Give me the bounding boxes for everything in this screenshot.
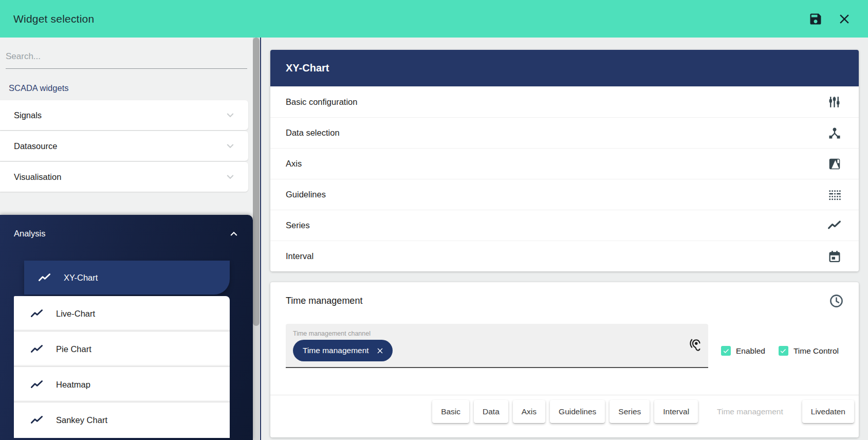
- field-label: Time management channel: [293, 330, 371, 337]
- checkbox-label: Time Control: [793, 346, 839, 356]
- widget-sidebar: SCADA widgets Signals Datasource Visuali…: [0, 38, 253, 440]
- axis-image-icon: [827, 157, 842, 171]
- section-label: Guidelines: [286, 190, 326, 199]
- footer-button-time-management-disabled: Time management: [703, 400, 798, 423]
- chart-type-list: Live-Chart Pie Chart Heatmap Sankey Char…: [14, 296, 230, 438]
- sidebar-item-xy-chart-selected[interactable]: XY-Chart: [24, 261, 230, 295]
- footer-button-bar: Basic Data Axis Guidelines Series Interv…: [270, 395, 859, 437]
- pane-divider: [260, 38, 261, 440]
- line-chart-icon: [30, 413, 44, 427]
- search-field-wrap: [0, 38, 253, 69]
- config-card-title: XY-Chart: [286, 62, 329, 74]
- chevron-up-icon: [227, 227, 241, 241]
- section-label: Basic configuration: [286, 97, 357, 107]
- footer-button-guidelines[interactable]: Guidelines: [550, 400, 605, 423]
- section-label: Interval: [286, 251, 313, 261]
- line-chart-icon: [827, 218, 842, 233]
- close-button[interactable]: [836, 11, 853, 27]
- line-chart-icon: [30, 307, 44, 321]
- footer-button-basic[interactable]: Basic: [432, 400, 469, 423]
- device-hub-icon: [827, 126, 842, 140]
- sidebar-scrollbar-thumb[interactable]: [253, 38, 260, 326]
- footer-button-livedaten[interactable]: Livedaten: [802, 400, 854, 423]
- footer-button-axis[interactable]: Axis: [513, 400, 545, 423]
- widget-accordion-group: Signals Datasource Visualisation: [0, 100, 248, 192]
- dialog-titlebar: Widget selection: [0, 0, 868, 38]
- checkbox-label: Enabled: [736, 346, 765, 356]
- sidebar-item-label: XY-Chart: [64, 273, 98, 283]
- save-icon: [808, 12, 823, 26]
- time-management-channel-field[interactable]: Time management channel Time management: [286, 324, 708, 368]
- checkbox-checked-icon: [721, 346, 731, 356]
- accordion-label: Visualisation: [14, 172, 224, 182]
- accordion-datasource[interactable]: Datasource: [0, 131, 248, 161]
- footer-button-series[interactable]: Series: [610, 400, 650, 423]
- checkbox-checked-icon: [779, 346, 788, 356]
- line-chart-icon: [30, 342, 44, 356]
- chevron-down-icon: [224, 108, 237, 122]
- calendar-icon: [827, 249, 842, 264]
- clock-icon: [828, 293, 844, 309]
- dialog-title: Widget selection: [13, 13, 94, 25]
- tune-sliders-icon: [827, 95, 842, 109]
- checkbox-time-control[interactable]: Time Control: [779, 346, 839, 356]
- close-icon: [376, 346, 384, 355]
- titlebar-actions: [807, 11, 853, 27]
- line-chart-icon: [38, 271, 51, 285]
- time-management-options: Enabled Time Control: [721, 346, 839, 356]
- time-management-card: Time management Time management channel …: [270, 282, 859, 437]
- chip-remove-button[interactable]: [376, 346, 384, 355]
- footer-button-data[interactable]: Data: [474, 400, 508, 423]
- section-basic-configuration[interactable]: Basic configuration: [270, 86, 859, 117]
- sidebar-item-label: Sankey Chart: [56, 415, 107, 425]
- config-card-header: XY-Chart: [270, 50, 859, 86]
- sidebar-item-live-chart[interactable]: Live-Chart: [14, 296, 230, 332]
- line-chart-icon: [30, 378, 44, 392]
- hearing-icon[interactable]: [688, 338, 702, 352]
- time-management-title: Time management: [286, 296, 362, 306]
- sidebar-group-label: SCADA widgets: [9, 83, 253, 93]
- close-icon: [837, 11, 852, 27]
- sidebar-item-label: Heatmap: [56, 380, 90, 390]
- chevron-down-icon: [224, 170, 237, 184]
- sidebar-item-label: Pie Chart: [56, 344, 91, 354]
- search-input[interactable]: [6, 38, 247, 69]
- section-label: Series: [286, 221, 310, 230]
- section-guidelines[interactable]: Guidelines: [270, 179, 859, 210]
- accordion-analysis-header[interactable]: Analysis: [0, 215, 253, 252]
- sidebar-item-label: Live-Chart: [56, 309, 95, 319]
- time-management-chip[interactable]: Time management: [293, 340, 393, 361]
- footer-button-interval[interactable]: Interval: [654, 400, 698, 423]
- section-data-selection[interactable]: Data selection: [270, 117, 859, 148]
- section-series[interactable]: Series: [270, 210, 859, 241]
- section-axis[interactable]: Axis: [270, 148, 859, 179]
- chip-label: Time management: [303, 346, 369, 355]
- sidebar-item-heatmap[interactable]: Heatmap: [14, 367, 230, 402]
- sidebar-item-pie-chart[interactable]: Pie Chart: [14, 332, 230, 367]
- accordion-visualisation[interactable]: Visualisation: [0, 162, 248, 192]
- checkbox-enabled[interactable]: Enabled: [721, 346, 765, 356]
- section-label: Axis: [286, 159, 302, 169]
- sidebar-item-sankey-chart[interactable]: Sankey Chart: [14, 402, 230, 438]
- accordion-label: Datasource: [14, 141, 224, 151]
- save-button[interactable]: [807, 11, 824, 27]
- xy-chart-config-card: XY-Chart Basic configuration Data select…: [270, 50, 859, 271]
- chevron-down-icon: [224, 139, 237, 153]
- accordion-label: Signals: [14, 111, 224, 120]
- accordion-analysis-panel: Analysis XY-Chart Live-Chart Pie Chart H…: [0, 215, 253, 440]
- accordion-label: Analysis: [14, 229, 227, 239]
- accordion-signals[interactable]: Signals: [0, 100, 248, 130]
- section-interval[interactable]: Interval: [270, 241, 859, 271]
- section-label: Data selection: [286, 128, 340, 138]
- dotted-grid-icon: [827, 188, 842, 202]
